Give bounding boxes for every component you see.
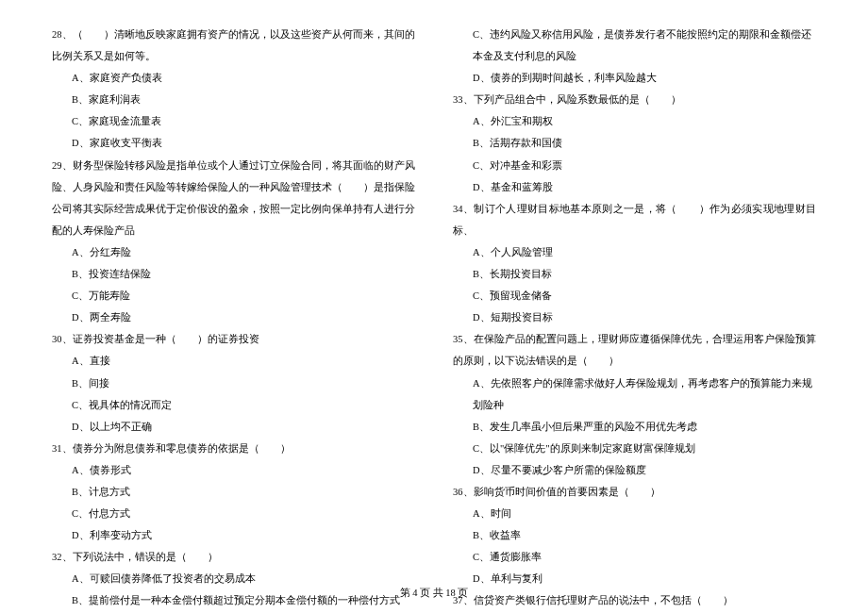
q35-opt-b: B、发生几率虽小但后果严重的风险不用优先考虑 [453,416,816,438]
q33-opt-c: C、对冲基金和彩票 [453,155,816,176]
q35-text: 35、在保险产品的配置问题上，理财师应遵循保障优先，合理运用客户保险预算的原则，… [453,328,816,372]
q28-opt-d: D、家庭收支平衡表 [52,132,415,154]
q36-opt-c: C、通货膨胀率 [453,546,816,568]
page-content: 28、（ ）清晰地反映家庭拥有资产的情况，以及这些资产从何而来，其间的比例关系又… [0,0,868,613]
q32-text: 32、下列说法中，错误的是（ ） [52,546,415,568]
right-column: C、违约风险又称信用风险，是债券发行者不能按照约定的期限和金额偿还本金及支付利息… [434,24,816,613]
q30-opt-d: D、以上均不正确 [52,416,415,438]
q28-opt-b: B、家庭利润表 [52,89,415,110]
q34-opt-d: D、短期投资目标 [453,306,816,328]
q36-opt-a: A、时间 [453,503,816,524]
q29-text: 29、财务型保险转移风险是指单位或个人通过订立保险合同，将其面临的财产风险、人身… [52,155,415,241]
q34-opt-a: A、个人风险管理 [453,241,816,263]
q28-text: 28、（ ）清晰地反映家庭拥有资产的情况，以及这些资产从何而来，其间的比例关系又… [52,24,415,67]
q31-opt-b: B、计息方式 [52,481,415,503]
q33-opt-b: B、活期存款和国债 [453,132,816,154]
q30-opt-a: A、直接 [52,350,415,372]
q32-opt-d: D、债券的到期时间越长，利率风险越大 [453,67,816,89]
q35-opt-c: C、以"保障优先"的原则来制定家庭财富保障规划 [453,438,816,459]
q33-opt-d: D、基金和蓝筹股 [453,176,816,198]
q29-opt-a: A、分红寿险 [52,241,415,263]
q28-opt-c: C、家庭现金流量表 [52,110,415,132]
q31-opt-d: D、利率变动方式 [52,524,415,546]
q34-text: 34、制订个人理财目标地基本原则之一是，将（ ）作为必须实现地理财目标、 [453,198,816,241]
q30-opt-c: C、视具体的情况而定 [52,394,415,416]
q29-opt-c: C、万能寿险 [52,285,415,306]
q35-opt-a: A、先依照客户的保障需求做好人寿保险规划，再考虑客户的预算能力来规划险种 [453,373,816,416]
q32-opt-c: C、违约风险又称信用风险，是债券发行者不能按照约定的期限和金额偿还本金及支付利息… [453,24,816,67]
q29-opt-d: D、两全寿险 [52,306,415,328]
q31-text: 31、债券分为附息债券和零息债券的依据是（ ） [52,438,415,459]
q31-opt-c: C、付息方式 [52,503,415,524]
q30-opt-b: B、间接 [52,373,415,394]
q33-opt-a: A、外汇宝和期权 [453,110,816,132]
q29-opt-b: B、投资连结保险 [52,263,415,285]
q34-opt-b: B、长期投资目标 [453,263,816,285]
q31-opt-a: A、债券形式 [52,459,415,481]
page-footer: 第 4 页 共 18 页 [0,582,868,604]
q34-opt-c: C、预留现金储备 [453,285,816,306]
q36-text: 36、影响货币时间价值的首要因素是（ ） [453,481,816,503]
q36-opt-b: B、收益率 [453,524,816,546]
q35-opt-d: D、尽量不要减少客户所需的保险额度 [453,459,816,481]
q33-text: 33、下列产品组合中，风险系数最低的是（ ） [453,89,816,110]
q30-text: 30、证券投资基金是一种（ ）的证券投资 [52,328,415,350]
q28-opt-a: A、家庭资产负债表 [52,67,415,89]
left-column: 28、（ ）清晰地反映家庭拥有资产的情况，以及这些资产从何而来，其间的比例关系又… [52,24,434,613]
